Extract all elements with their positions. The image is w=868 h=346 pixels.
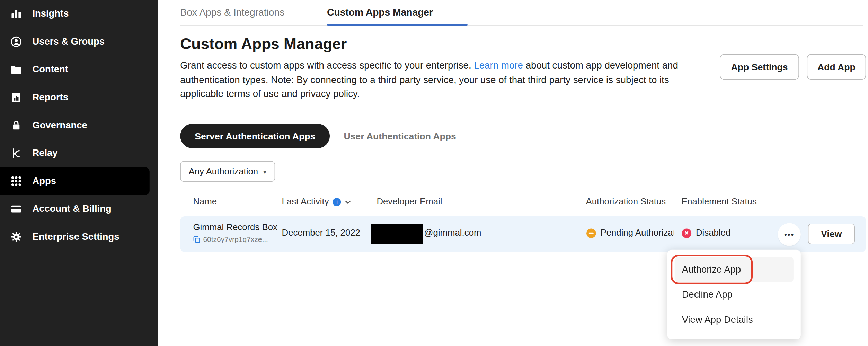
- authorization-status: Pending Authorization: [586, 228, 673, 238]
- last-activity-value: December 15, 2022: [282, 228, 360, 238]
- client-id[interactable]: 60tz6y7vrp1q7xze...: [193, 235, 268, 244]
- sidebar-item-label: Governance: [32, 120, 87, 131]
- table-row[interactable]: Gimmal Records Box 60tz6y7vrp1q7xze... D…: [180, 216, 866, 252]
- folder-icon: [10, 64, 22, 76]
- sidebar: Insights Users & Groups Content Reports …: [0, 0, 158, 346]
- sidebar-item-governance[interactable]: Governance: [0, 111, 158, 139]
- enablement-status-text: Disabled: [696, 228, 730, 238]
- pending-status-icon: [586, 228, 596, 238]
- learn-more-link[interactable]: Learn more: [474, 60, 523, 71]
- info-icon[interactable]: i: [333, 198, 341, 206]
- menu-item-decline-app[interactable]: Decline App: [675, 282, 794, 307]
- app-name: Gimmal Records Box: [193, 222, 277, 233]
- sidebar-item-reports[interactable]: Reports: [0, 84, 158, 112]
- sidebar-item-content[interactable]: Content: [0, 56, 158, 84]
- page-title: Custom Apps Manager: [180, 35, 347, 53]
- enablement-status: × Disabled: [682, 228, 731, 238]
- copy-icon[interactable]: [193, 236, 200, 243]
- sidebar-item-label: Relay: [32, 148, 57, 159]
- tab-box-apps-integrations[interactable]: Box Apps & Integrations: [180, 7, 284, 18]
- redacted-email: [371, 224, 423, 244]
- view-button[interactable]: View: [808, 224, 855, 244]
- sidebar-item-label: Apps: [32, 175, 56, 186]
- user-authentication-apps-tab[interactable]: User Authentication Apps: [338, 124, 462, 148]
- apps-grid-icon: [10, 175, 22, 187]
- row-actions-button[interactable]: •••: [778, 223, 801, 246]
- email-domain: @gimmal.com: [424, 228, 481, 238]
- tabs-divider: [180, 25, 863, 26]
- insights-icon: [10, 8, 22, 20]
- sidebar-item-label: Reports: [32, 92, 68, 103]
- sidebar-item-label: Enterprise Settings: [32, 231, 119, 243]
- sort-chevron-icon: [345, 200, 351, 204]
- menu-item-authorize-app[interactable]: Authorize App: [675, 257, 794, 282]
- column-header-developer-email: Developer Email: [377, 197, 442, 207]
- users-icon: [10, 36, 22, 48]
- sidebar-item-label: Insights: [32, 8, 69, 19]
- add-app-button[interactable]: Add App: [807, 54, 866, 80]
- sidebar-item-label: Content: [32, 64, 68, 75]
- description-text: Grant access to custom apps with access …: [180, 60, 474, 71]
- sidebar-item-label: Account & Billing: [32, 203, 111, 215]
- chevron-down-icon: ▾: [263, 167, 267, 175]
- server-authentication-apps-tab[interactable]: Server Authentication Apps: [180, 124, 330, 148]
- authorization-filter-dropdown[interactable]: Any Authorization ▾: [180, 161, 275, 182]
- column-header-name: Name: [193, 197, 217, 207]
- sidebar-item-enterprise-settings[interactable]: Enterprise Settings: [0, 223, 158, 251]
- sidebar-item-users-groups[interactable]: Users & Groups: [0, 28, 158, 56]
- lock-icon: [10, 119, 22, 131]
- sidebar-item-apps[interactable]: Apps: [0, 167, 150, 195]
- sidebar-item-insights[interactable]: Insights: [0, 0, 158, 28]
- menu-item-view-app-details[interactable]: View App Details: [675, 307, 794, 332]
- report-icon: [10, 91, 22, 103]
- sidebar-item-account-billing[interactable]: Account & Billing: [0, 195, 158, 223]
- active-tab-underline: [327, 24, 468, 26]
- disabled-status-icon: ×: [682, 228, 691, 238]
- credit-card-icon: [10, 203, 22, 215]
- relay-icon: [10, 147, 22, 159]
- column-header-enablement-status: Enablement Status: [681, 197, 757, 207]
- sidebar-item-label: Users & Groups: [32, 36, 105, 47]
- admin-console: Insights Users & Groups Content Reports …: [0, 0, 868, 346]
- authorization-status-text: Pending Authorization: [600, 228, 673, 238]
- tab-custom-apps-manager[interactable]: Custom Apps Manager: [327, 7, 433, 18]
- sidebar-item-relay[interactable]: Relay: [0, 139, 158, 167]
- client-id-text: 60tz6y7vrp1q7xze...: [203, 235, 268, 244]
- row-actions-menu: Authorize App Decline App View App Detai…: [667, 250, 801, 339]
- column-header-authorization-status: Authorization Status: [586, 197, 666, 207]
- page-description: Grant access to custom apps with access …: [180, 58, 687, 101]
- gear-icon: [10, 231, 22, 243]
- app-settings-button[interactable]: App Settings: [720, 54, 799, 80]
- column-header-last-activity[interactable]: Last Activity i: [282, 197, 352, 207]
- filter-selected-value: Any Authorization: [189, 166, 258, 176]
